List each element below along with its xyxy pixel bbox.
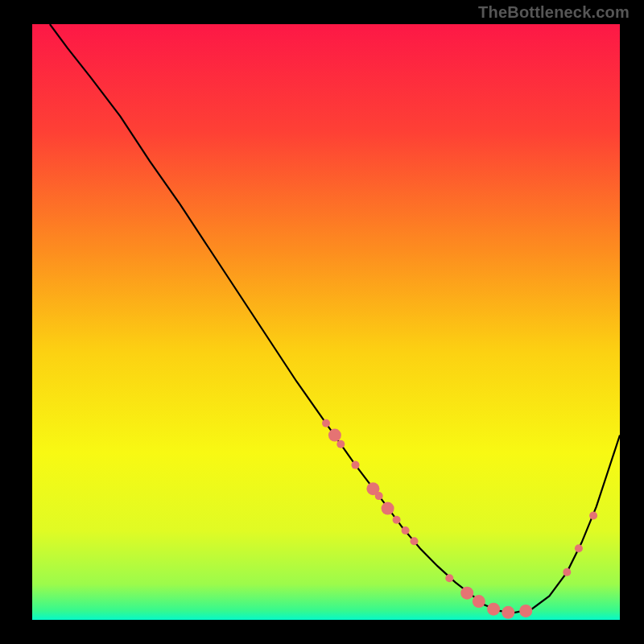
- watermark-text: TheBottleneck.com: [478, 3, 630, 22]
- scatter-point: [563, 568, 571, 576]
- scatter-point: [322, 419, 330, 427]
- chart-root: TheBottleneck.com: [0, 0, 644, 644]
- scatter-point: [589, 512, 597, 520]
- scatter-point: [328, 429, 341, 442]
- scatter-point: [411, 537, 419, 545]
- scatter-point: [487, 603, 500, 616]
- chart-plot: [32, 24, 620, 620]
- scatter-point: [393, 516, 401, 524]
- scatter-point: [375, 492, 383, 500]
- scatter-point: [460, 587, 473, 600]
- scatter-point: [402, 526, 410, 535]
- scatter-point: [445, 574, 453, 582]
- gradient-background: [32, 24, 620, 620]
- scatter-point: [575, 544, 583, 552]
- scatter-point: [336, 440, 345, 448]
- scatter-point: [382, 502, 394, 515]
- scatter-point: [352, 461, 360, 469]
- scatter-point: [502, 606, 514, 619]
- scatter-point: [473, 595, 485, 608]
- scatter-point: [519, 605, 532, 617]
